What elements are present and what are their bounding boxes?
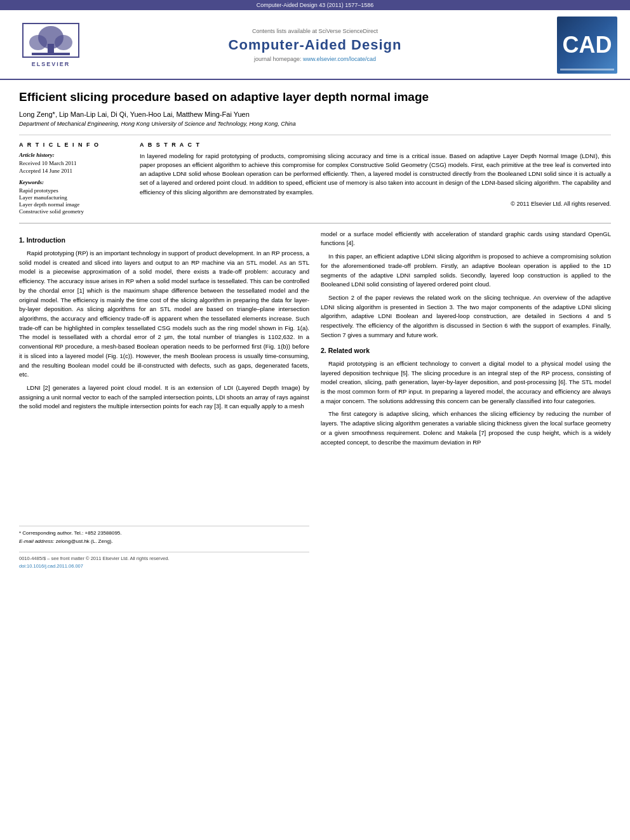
abstract-heading: A B S T R A C T	[140, 142, 611, 148]
paper-authors: Long Zeng*, Lip Man-Lip Lai, Di Qi, Yuen…	[19, 110, 611, 118]
svg-point-2	[29, 35, 47, 50]
homepage-url[interactable]: www.elsevier.com/locate/cad	[303, 56, 376, 62]
body-para-r1: model or a surface model efficiently wit…	[321, 230, 611, 248]
article-info-heading: A R T I C L E I N F O	[19, 142, 127, 148]
journal-main-title: Computer-Aided Design	[89, 37, 541, 53]
elsevier-logo: ELSEVIER	[13, 23, 89, 67]
keywords-label: Keywords:	[19, 179, 127, 185]
elsevier-logo-box	[22, 23, 79, 58]
elsevier-text: ELSEVIER	[32, 61, 70, 67]
footer-copyright: 0010-4485/$ – see front matter © 2011 El…	[19, 555, 309, 563]
footnote-text: * Corresponding author. Tel.: +852 23588…	[19, 530, 309, 545]
article-info-section: A R T I C L E I N F O Article history: R…	[19, 142, 127, 215]
body-columns: 1. Introduction Rapid prototyping (RP) i…	[19, 230, 611, 570]
keyword-2: Layer manufacturing	[19, 194, 127, 201]
footnote-line2: E-mail address: zelong@ust.hk (L. Zeng).	[19, 538, 309, 545]
cad-logo-area: CAD	[541, 17, 617, 74]
journal-topbar: Computer-Aided Design 43 (2011) 1577–158…	[0, 0, 630, 10]
svg-rect-4	[32, 53, 70, 55]
journal-homepage: journal homepage: www.elsevier.com/locat…	[89, 56, 541, 62]
abstract-text: In layered modeling for rapid prototypin…	[140, 152, 611, 197]
body-para-r2: In this paper, an efficient adaptive LDN…	[321, 252, 611, 290]
paper-content: Efficient slicing procedure based on ada…	[0, 80, 630, 579]
accepted-date: Accepted 14 June 2011	[19, 168, 127, 174]
body-para-r5: The first category is adaptive slicing, …	[321, 410, 611, 447]
body-para-r3: Section 2 of the paper reviews the relat…	[321, 293, 611, 340]
section-divider	[19, 223, 611, 223]
cad-text: CAD	[563, 32, 612, 58]
cad-logo-box: CAD	[557, 17, 617, 74]
body-col-left: 1. Introduction Rapid prototyping (RP) i…	[19, 230, 309, 570]
section2-heading: 2. Related work	[321, 345, 611, 356]
body-para-1: Rapid prototyping (RP) is an important t…	[19, 249, 309, 380]
body-para-r4: Rapid prototyping is an efficient techno…	[321, 359, 611, 406]
body-col-right: model or a surface model efficiently wit…	[321, 230, 611, 570]
sciverse-line: Contents lists available at SciVerse Sci…	[89, 28, 541, 34]
article-info-abstract: A R T I C L E I N F O Article history: R…	[19, 135, 611, 215]
svg-point-3	[55, 35, 72, 50]
journal-header: ELSEVIER Contents lists available at Sci…	[0, 10, 630, 80]
keyword-4: Constructive solid geometry	[19, 208, 127, 215]
footnote-area: * Corresponding author. Tel.: +852 23588…	[19, 526, 309, 545]
received-date: Received 10 March 2011	[19, 160, 127, 166]
footnote-line1: * Corresponding author. Tel.: +852 23588…	[19, 530, 309, 537]
paper-affiliation: Department of Mechanical Engineering, Ho…	[19, 121, 611, 127]
body-para-2: LDNI [2] generates a layered point cloud…	[19, 383, 309, 411]
keyword-1: Rapid prototypes	[19, 187, 127, 194]
journal-citation: Computer-Aided Design 43 (2011) 1577–158…	[257, 2, 374, 8]
journal-title-area: Contents lists available at SciVerse Sci…	[89, 28, 541, 62]
history-label: Article history:	[19, 152, 127, 158]
paper-title: Efficient slicing procedure based on ada…	[19, 90, 611, 105]
keyword-3: Layer depth normal image	[19, 201, 127, 208]
footer-area: 0010-4485/$ – see front matter © 2011 El…	[19, 552, 309, 570]
section1-heading: 1. Introduction	[19, 235, 309, 245]
abstract-section: A B S T R A C T In layered modeling for …	[140, 142, 611, 215]
copyright-line: © 2011 Elsevier Ltd. All rights reserved…	[140, 201, 611, 207]
footer-doi[interactable]: doi:10.1016/j.cad.2011.06.007	[19, 563, 309, 570]
